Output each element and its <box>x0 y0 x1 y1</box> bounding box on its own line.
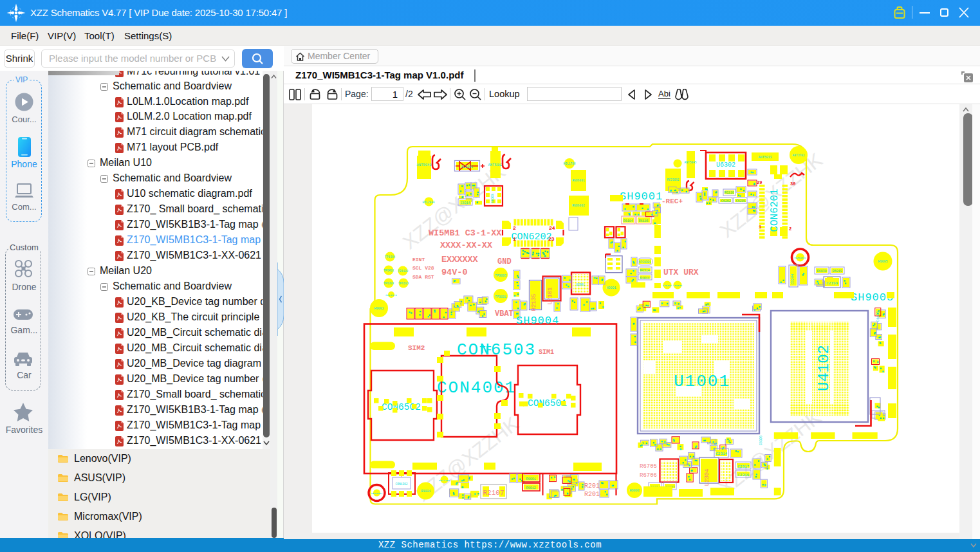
svg-text:23: 23 <box>548 236 555 242</box>
svg-text:SIM2: SIM2 <box>408 344 425 352</box>
svg-text:H9003: H9003 <box>629 489 639 493</box>
svg-text:HOL5875: HOL5875 <box>385 294 397 297</box>
svg-text:R6705: R6705 <box>640 463 657 470</box>
svg-text:TP6303: TP6303 <box>384 282 394 285</box>
svg-text:UTX URX: UTX URX <box>663 268 699 277</box>
svg-text:C6201: C6201 <box>735 199 745 203</box>
svg-text:C6306: C6306 <box>759 436 763 445</box>
svg-text:C2314: C2314 <box>716 452 727 456</box>
svg-text:R6019: R6019 <box>832 270 842 273</box>
svg-text:L2304: L2304 <box>704 468 710 486</box>
svg-text:EXXXXXX: EXXXXXX <box>441 255 479 264</box>
svg-text:C2199: C2199 <box>826 281 838 286</box>
svg-text:TP9001: TP9001 <box>495 295 506 299</box>
svg-text:VBAT: VBAT <box>495 309 513 318</box>
svg-text:CON1302: CON1302 <box>396 483 408 486</box>
svg-text:XXXX-XX-XX: XXXX-XX-XX <box>440 241 493 250</box>
svg-text:C4103: C4103 <box>876 311 880 322</box>
svg-text:H9001: H9001 <box>606 286 616 290</box>
svg-text:TP6R02: TP6R02 <box>384 269 394 272</box>
svg-text:U4102: U4102 <box>815 345 833 391</box>
svg-text:HOL1780: HOL1780 <box>564 162 576 165</box>
svg-text:CON6201: CON6201 <box>769 189 781 232</box>
svg-text:2: 2 <box>789 226 791 232</box>
svg-text:R2107: R2107 <box>483 489 504 497</box>
svg-text:TP9506: TP9506 <box>673 284 683 287</box>
svg-text:C6314: C6314 <box>460 201 470 205</box>
svg-text:R6706: R6706 <box>640 472 657 479</box>
svg-text:U2001: U2001 <box>576 283 585 286</box>
svg-text:29: 29 <box>757 180 762 185</box>
svg-text:U6303: U6303 <box>491 194 494 203</box>
svg-text:HOL2844: HOL2844 <box>423 201 435 204</box>
svg-text:1: 1 <box>759 225 761 230</box>
svg-text:CON6202: CON6202 <box>511 232 551 243</box>
svg-text:CON4001: CON4001 <box>437 378 516 398</box>
svg-text:SCL V28: SCL V28 <box>412 265 434 271</box>
svg-text:C6202: C6202 <box>721 199 730 203</box>
svg-text:SH9004: SH9004 <box>516 315 559 327</box>
svg-text:2: 2 <box>513 225 516 231</box>
svg-text:WI5MB1 C3-1-XX: WI5MB1 C3-1-XX <box>429 228 502 238</box>
svg-text:EINT: EINT <box>412 257 425 262</box>
svg-text:NTC6301: NTC6301 <box>639 261 651 264</box>
svg-text:ANT5013: ANT5013 <box>758 156 772 160</box>
svg-text:R6012: R6012 <box>526 486 535 490</box>
svg-text:ANT5040: ANT5040 <box>416 163 431 167</box>
svg-text:U1001: U1001 <box>674 372 730 391</box>
svg-text:R6185: R6185 <box>638 219 648 223</box>
svg-text:RCC6062: RCC6062 <box>667 178 680 181</box>
svg-text:MARK9002: MARK9002 <box>371 492 382 495</box>
svg-text:24: 24 <box>549 225 555 231</box>
svg-text:GND: GND <box>497 257 512 266</box>
svg-text:CON6501: CON6501 <box>528 398 567 409</box>
svg-text:SIM1: SIM1 <box>539 349 554 356</box>
svg-text:MARK9004: MARK9004 <box>794 257 806 259</box>
svg-text:HOL1436: HOL1436 <box>439 479 450 482</box>
svg-text:R2135: R2135 <box>531 293 537 311</box>
svg-text:ANT3702: ANT3702 <box>793 154 805 157</box>
svg-text:C2317: C2317 <box>737 465 749 469</box>
svg-text:94V-0: 94V-0 <box>441 268 468 277</box>
svg-text:TP6304: TP6304 <box>385 255 396 259</box>
svg-text:30: 30 <box>790 181 795 187</box>
svg-text:R6184: R6184 <box>623 219 633 223</box>
svg-text:R6030: R6030 <box>817 270 826 273</box>
svg-text:C6204: C6204 <box>790 273 795 284</box>
svg-text:H9002: H9002 <box>374 307 384 311</box>
svg-text:R1011: R1011 <box>640 277 649 281</box>
svg-text:RED6001: RED6001 <box>572 179 585 182</box>
svg-text:TR6400: TR6400 <box>398 270 409 273</box>
svg-text:R9004: R9004 <box>421 490 430 493</box>
svg-text:KL2101: KL2101 <box>461 165 473 169</box>
svg-text:1: 1 <box>513 236 516 242</box>
svg-text:TP6103: TP6103 <box>398 282 409 285</box>
svg-text:TP9502: TP9502 <box>663 284 672 287</box>
svg-text:SH9001: SH9001 <box>620 190 663 203</box>
svg-text:TF: TF <box>479 345 492 356</box>
svg-text:L2101: L2101 <box>547 287 553 304</box>
svg-text:RED6002: RED6002 <box>572 204 585 207</box>
svg-text:R6001: R6001 <box>526 477 535 481</box>
svg-text:ANT5045: ANT5045 <box>685 161 697 164</box>
svg-text:H9005: H9005 <box>878 260 887 264</box>
svg-text:C2318: C2318 <box>737 473 749 477</box>
svg-text:R6314: R6314 <box>640 269 649 273</box>
svg-text:-REC+: -REC+ <box>661 198 683 205</box>
svg-text:TP9003: TP9003 <box>495 274 506 278</box>
svg-text:R6210: R6210 <box>724 191 734 195</box>
svg-text:U6302: U6302 <box>716 161 735 169</box>
svg-text:ANT5012: ANT5012 <box>488 163 503 167</box>
svg-text:SDA RST: SDA RST <box>412 274 434 280</box>
